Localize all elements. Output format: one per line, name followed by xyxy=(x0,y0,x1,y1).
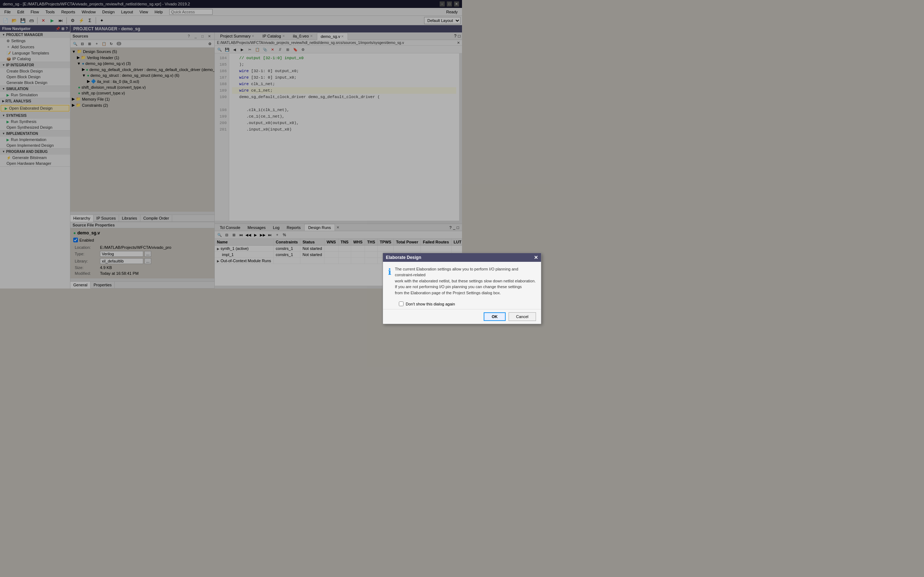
dialog-msg2: work with the elaborated netlist, but th… xyxy=(395,279,462,283)
dialog-overlay[interactable]: Elaborate Design ✕ ℹ The current Elabora… xyxy=(0,0,462,288)
dialog-header: Elaborate Design ✕ xyxy=(383,253,462,262)
dialog-msg3: If you are not performing I/O pin planni… xyxy=(395,285,462,288)
dialog-info-icon: ℹ xyxy=(388,267,391,277)
dialog-text: The current Elaboration settings allow y… xyxy=(395,266,462,288)
dialog-body: ℹ The current Elaboration settings allow… xyxy=(383,262,462,288)
dialog-title: Elaborate Design xyxy=(386,255,421,260)
dialog-msg1: The current Elaboration settings allow y… xyxy=(395,267,462,277)
elaborate-dialog: Elaborate Design ✕ ℹ The current Elabora… xyxy=(383,253,462,288)
